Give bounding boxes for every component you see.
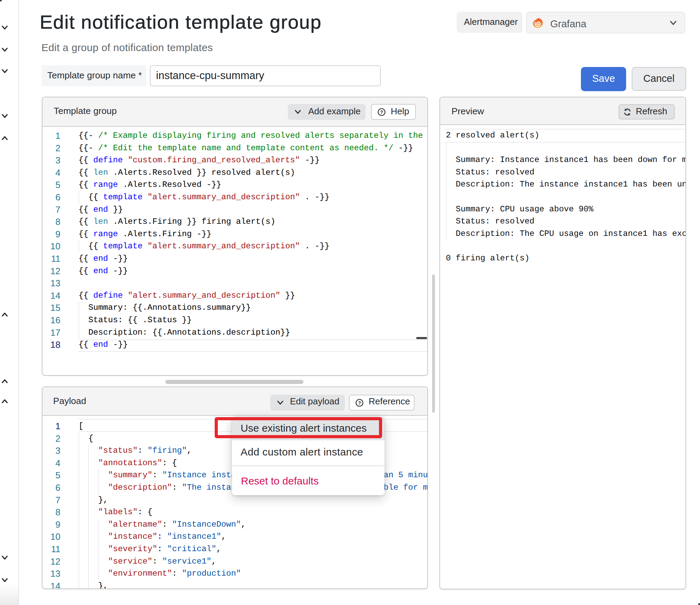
svg-text:?: ? (380, 109, 383, 115)
svg-text:?: ? (358, 400, 361, 406)
